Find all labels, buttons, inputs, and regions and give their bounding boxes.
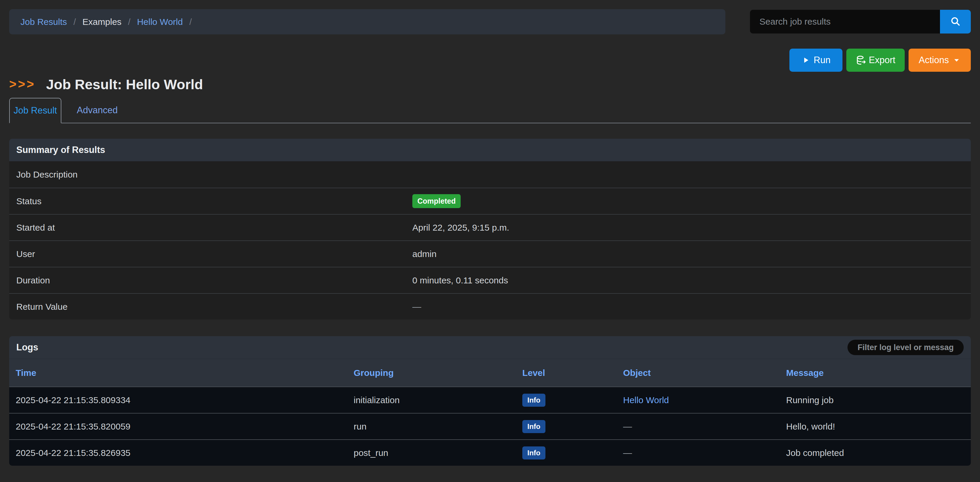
export-button-label: Export (869, 55, 896, 65)
summary-label: User (16, 249, 412, 259)
column-header-object[interactable]: Object (623, 368, 786, 378)
summary-card-header: Summary of Results (9, 139, 971, 161)
log-row: 2025-04-22 21:15:35.826935 post_run Info… (9, 439, 971, 466)
summary-value: 0 minutes, 0.11 seconds (412, 275, 971, 285)
prompt-chevrons: >>> (9, 77, 36, 91)
column-header-grouping[interactable]: Grouping (354, 368, 522, 378)
breadcrumb-link-hello-world[interactable]: Hello World (137, 17, 183, 27)
logs-card: Logs Time Grouping Level Object Message … (9, 336, 971, 466)
summary-value: April 22, 2025, 9:15 p.m. (412, 223, 971, 233)
log-message: Job completed (786, 448, 971, 458)
summary-label: Status (16, 196, 412, 206)
search-input[interactable] (750, 10, 940, 33)
summary-value: admin (412, 249, 971, 259)
top-bar: Job Results / Examples / Hello World / (0, 0, 980, 34)
log-grouping: run (354, 422, 522, 432)
log-message: Hello, world! (786, 422, 971, 432)
page-title: Job Result: Hello World (46, 76, 203, 92)
summary-label: Job Description (16, 170, 412, 180)
summary-row-started-at: Started at April 22, 2025, 9:15 p.m. (9, 214, 971, 240)
column-header-time[interactable]: Time (16, 368, 354, 378)
status-badge: Completed (412, 194, 461, 208)
log-object-link[interactable]: Hello World (623, 395, 786, 405)
log-grouping: initialization (354, 395, 522, 405)
log-filter-input[interactable] (848, 340, 964, 355)
actions-button-label: Actions (919, 55, 949, 65)
tab-job-result-label: Job Result (14, 105, 57, 116)
run-button-label: Run (814, 55, 830, 65)
breadcrumb-separator: / (73, 17, 76, 27)
summary-card: Summary of Results Job Description Statu… (9, 139, 971, 320)
database-export-icon (856, 55, 867, 65)
title-row: >>> Job Result: Hello World (0, 72, 980, 93)
logs-card-title: Logs (16, 342, 38, 353)
breadcrumb-item-examples: Examples (83, 17, 121, 27)
summary-row-job-description: Job Description (9, 161, 971, 188)
log-level-badge: Info (522, 420, 546, 433)
summary-row-return-value: Return Value — (9, 293, 971, 320)
summary-value: — (412, 302, 971, 312)
actions-button[interactable]: Actions (908, 49, 971, 72)
log-grouping: post_run (354, 448, 522, 458)
search-group (750, 10, 971, 33)
export-button[interactable]: Export (846, 49, 905, 72)
tab-advanced[interactable]: Advanced (61, 98, 133, 123)
summary-label: Started at (16, 223, 412, 233)
summary-card-title: Summary of Results (16, 145, 105, 155)
tab-job-result[interactable]: Job Result (9, 98, 61, 123)
search-button[interactable] (940, 10, 971, 33)
play-icon (801, 56, 810, 65)
log-row: 2025-04-22 21:15:35.820059 run Info — He… (9, 413, 971, 439)
log-message: Running job (786, 395, 971, 405)
summary-card-body: Job Description Status Completed Started… (9, 161, 971, 320)
log-time: 2025-04-22 21:15:35.826935 (16, 448, 354, 458)
log-time: 2025-04-22 21:15:35.809334 (16, 395, 354, 405)
summary-label: Duration (16, 275, 412, 285)
breadcrumb-link-job-results[interactable]: Job Results (21, 17, 67, 27)
log-level-badge: Info (522, 446, 546, 460)
tab-bar: Job Result Advanced (9, 98, 971, 123)
caret-down-icon (953, 56, 961, 64)
summary-row-duration: Duration 0 minutes, 0.11 seconds (9, 267, 971, 293)
run-button[interactable]: Run (789, 49, 842, 72)
breadcrumb-separator: / (128, 17, 130, 27)
logs-table-header: Time Grouping Level Object Message (9, 359, 971, 387)
log-time: 2025-04-22 21:15:35.820059 (16, 422, 354, 432)
search-icon (950, 16, 961, 28)
breadcrumb-separator: / (189, 17, 192, 27)
breadcrumb: Job Results / Examples / Hello World / (9, 9, 725, 34)
log-object: — (623, 448, 786, 458)
log-object: — (623, 422, 786, 432)
log-level-badge: Info (522, 394, 546, 407)
column-header-message[interactable]: Message (786, 368, 971, 378)
logs-card-header: Logs (9, 336, 971, 359)
log-row: 2025-04-22 21:15:35.809334 initializatio… (9, 387, 971, 413)
tab-advanced-label: Advanced (77, 105, 118, 116)
toolbar: Run Export Actions (0, 34, 980, 72)
column-header-level[interactable]: Level (522, 368, 623, 378)
summary-row-status: Status Completed (9, 188, 971, 214)
summary-row-user: User admin (9, 240, 971, 267)
summary-label: Return Value (16, 302, 412, 312)
